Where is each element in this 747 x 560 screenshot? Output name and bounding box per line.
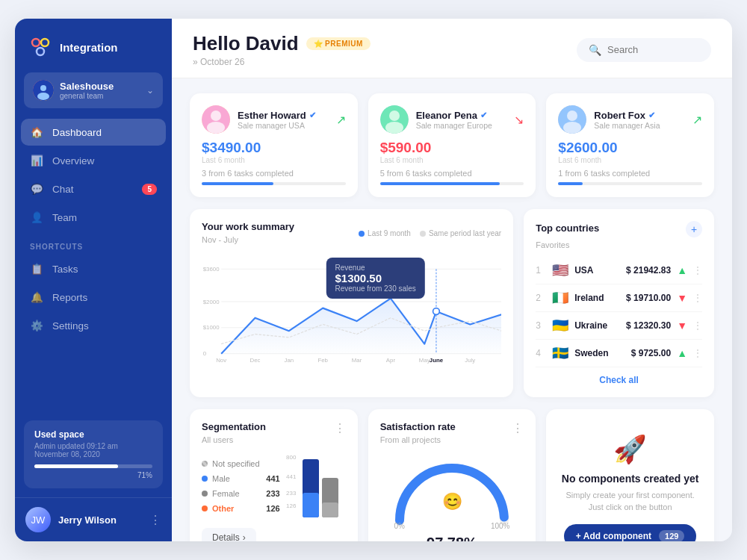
sidebar-item-reports[interactable]: 🔔 Reports — [21, 284, 166, 311]
svg-point-0 — [32, 39, 40, 46]
country-menu-icon[interactable]: ⋮ — [693, 293, 702, 303]
used-space-pct: 71% — [34, 471, 152, 479]
satisfaction-menu-icon[interactable]: ⋮ — [512, 421, 524, 435]
seg-item: Male 441 — [202, 474, 280, 483]
svg-text:Feb: Feb — [317, 357, 328, 364]
country-row: 3 🇺🇦 Ukraine $ 12320.30 ▼ ⋮ — [536, 312, 702, 340]
gauge-chart: 😊 — [388, 453, 515, 528]
add-country-button[interactable]: + — [686, 221, 702, 237]
dashboard-icon: 🏠 — [30, 126, 43, 138]
trend-up-icon: ▲ — [677, 347, 687, 359]
seg-subtitle: All users — [202, 435, 346, 444]
svg-point-5 — [37, 93, 49, 100]
last-6m: Last 6 month — [202, 156, 346, 164]
user-menu-icon[interactable]: ⋮ — [149, 513, 161, 527]
svg-text:Apr: Apr — [386, 357, 396, 364]
no-components-title: No components created yet — [562, 473, 699, 485]
last-6m: Last 6 month — [558, 156, 702, 164]
sidebar-item-dashboard[interactable]: 🏠 Dashboard — [21, 119, 166, 146]
svg-point-7 — [211, 111, 221, 121]
country-menu-icon[interactable]: ⋮ — [693, 320, 702, 331]
details-button[interactable]: Details › — [202, 528, 256, 541]
gauge-label-0: 0% — [394, 522, 404, 530]
team-avatar — [33, 80, 54, 101]
svg-text:Dec: Dec — [250, 357, 261, 364]
seg-item: Other 126 — [202, 504, 280, 513]
sidebar-item-overview[interactable]: 📊 Overview — [21, 147, 166, 174]
sidebar-item-chat[interactable]: 💬 Chat 5 — [21, 175, 166, 202]
tooltip-sub: Revenue from 230 sales — [335, 284, 415, 293]
add-component-button[interactable]: + Add component 129 — [564, 524, 697, 542]
team-icon: 👤 — [30, 211, 43, 223]
search-box[interactable]: 🔍 — [577, 38, 711, 62]
avatar — [558, 105, 586, 134]
chart-legend: Last 9 month Same period last year — [359, 229, 501, 237]
manager-card-2: Robert Fox ✔ Sale manager Asia ↗ $2600.0… — [546, 93, 714, 197]
sidebar-item-label: Chat — [52, 184, 74, 195]
trend-up-icon: ↗ — [692, 113, 702, 127]
page-title: Hello David ⭐ PREMIUM — [193, 32, 371, 55]
verified-icon: ✔ — [309, 111, 316, 120]
page-date: » October 26 — [193, 57, 371, 67]
premium-badge: ⭐ PREMIUM — [306, 37, 371, 50]
used-space-sub: Admin updated 09:12 amNovember 08, 2020 — [34, 442, 152, 458]
progress-mini — [558, 182, 702, 185]
search-icon: 🔍 — [589, 44, 601, 56]
avatar — [202, 105, 230, 134]
legend-dot — [420, 231, 426, 237]
seg-dot — [202, 491, 208, 497]
trend-down-icon: ↘ — [514, 113, 524, 127]
chart-tooltip: Revenue $1300.50 Revenue from 230 sales — [326, 258, 424, 299]
seg-dot — [202, 461, 208, 467]
svg-text:$1000: $1000 — [203, 324, 220, 331]
sidebar-item-settings[interactable]: ⚙️ Settings — [21, 312, 166, 339]
seg-menu-icon[interactable]: ⋮ — [334, 421, 346, 435]
manager-amount: $590.00 — [380, 140, 524, 156]
svg-rect-40 — [303, 493, 319, 517]
segmentation-card: Segmentation ⋮ All users Not specified — [190, 409, 358, 541]
tooltip-amount: $1300.50 — [335, 272, 415, 284]
sidebar-title: Integration — [60, 41, 118, 54]
main-content: Hello David ⭐ PREMIUM » October 26 🔍 — [172, 19, 732, 541]
tooltip-label: Revenue — [335, 264, 415, 272]
shortcuts-label: SHORTCUTS — [15, 232, 172, 255]
check-all-button[interactable]: Check all — [536, 367, 702, 385]
used-space-progress — [34, 464, 152, 468]
progress-mini — [380, 182, 524, 185]
tasks-completed: 1 from 6 tasks completed — [558, 169, 702, 178]
country-menu-icon[interactable]: ⋮ — [693, 348, 702, 358]
svg-point-24 — [433, 308, 440, 315]
seg-title: Segmentation — [202, 421, 266, 432]
svg-text:800: 800 — [286, 454, 297, 461]
legend-item-0: Last 9 month — [359, 229, 411, 237]
search-input[interactable] — [607, 44, 697, 55]
sidebar-item-tasks[interactable]: 📋 Tasks — [21, 255, 166, 282]
used-space-fill — [34, 464, 118, 468]
svg-point-4 — [40, 85, 46, 91]
country-menu-icon[interactable]: ⋮ — [693, 265, 702, 276]
work-summary-card: Your work summary Nov - July Last 9 mont… — [190, 209, 513, 397]
svg-rect-41 — [322, 503, 338, 517]
progress-fill — [558, 182, 583, 185]
seg-item: Not specified — [202, 459, 280, 468]
satisfaction-card: Satisfaction rate ⋮ From all projects 😊 — [368, 409, 536, 541]
flag-icon: 🇮🇪 — [552, 290, 568, 306]
trend-up-icon: ▲ — [677, 264, 687, 276]
chevron-down-icon: ⌄ — [146, 85, 154, 96]
svg-point-8 — [207, 122, 225, 134]
team-selector[interactable]: Saleshouse general team ⌄ — [24, 72, 163, 108]
svg-text:Nov: Nov — [216, 357, 226, 364]
svg-text:July: July — [465, 357, 475, 364]
svg-text:126: 126 — [286, 503, 297, 509]
used-space-box: Used space Admin updated 09:12 amNovembe… — [24, 420, 163, 488]
country-row: 2 🇮🇪 Ireland $ 19710.00 ▼ ⋮ — [536, 284, 702, 312]
manager-name: Esther Howard ✔ — [238, 110, 329, 121]
sidebar-item-team[interactable]: 👤 Team — [21, 204, 166, 231]
seg-dot — [202, 505, 208, 511]
gauge-wrapper: 😊 0% 100% 97.78% Based on Likes — [380, 453, 524, 541]
nav-section: 🏠 Dashboard 📊 Overview 💬 Chat 5 👤 Team — [15, 119, 172, 232]
manager-name: Eleanor Pena ✔ — [416, 110, 507, 121]
chat-badge: 5 — [142, 184, 157, 195]
manager-cards: Esther Howard ✔ Sale manager USA ↗ $3490… — [190, 93, 714, 197]
tasks-completed: 5 from 6 tasks completed — [380, 169, 524, 178]
